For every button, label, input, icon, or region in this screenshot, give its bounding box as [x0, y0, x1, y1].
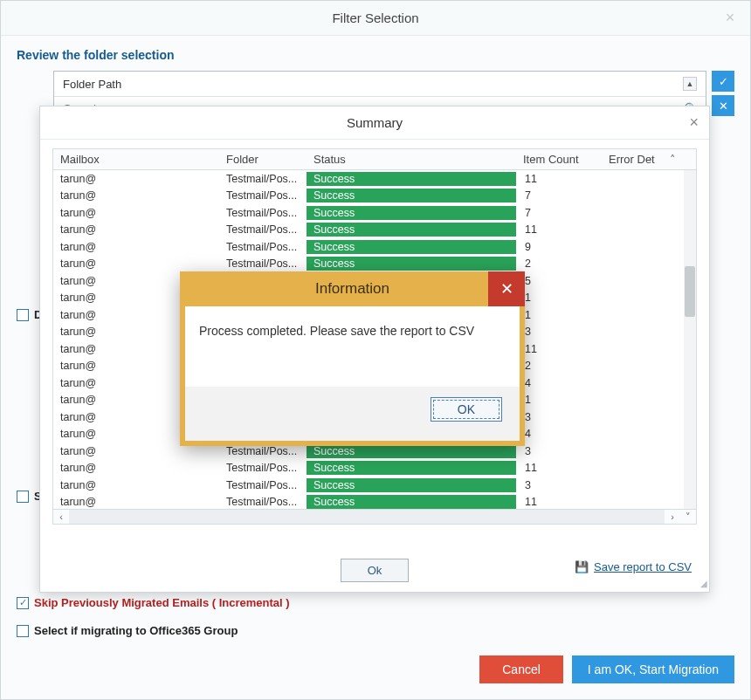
cell-error-details	[603, 178, 665, 180]
sort-icon[interactable]: ▲	[683, 77, 697, 91]
cell-error-details	[603, 416, 665, 418]
info-ok-button[interactable]: OK	[431, 397, 502, 422]
option-s[interactable]: S	[17, 490, 42, 503]
table-row[interactable]: tarun@Testmail/Pos...Success3	[53, 477, 696, 494]
cell-status: Success	[307, 257, 516, 271]
cell-item-count: 11	[518, 342, 603, 356]
cell-mailbox: tarun@	[53, 495, 219, 509]
skip-label: Skip Previously Migrated Emails ( Increm…	[34, 596, 290, 609]
select-button[interactable]: ✕	[712, 95, 734, 116]
scroll-up-icon[interactable]: ˄	[663, 149, 677, 169]
table-row[interactable]: tarun@Testmail/Pos...Success2	[53, 256, 696, 273]
resize-grip-icon[interactable]: ◢	[700, 579, 706, 588]
folder-path-label: Folder Path	[63, 78, 121, 91]
cell-folder: Testmail/Pos...	[219, 223, 307, 237]
cell-status: Success	[307, 223, 516, 237]
horizontal-scrollbar[interactable]: ‹ › ˅	[52, 509, 697, 525]
cell-error-details	[603, 382, 665, 384]
scroll-right-icon[interactable]: ›	[665, 511, 680, 522]
cell-mailbox: tarun@	[53, 223, 219, 237]
cell-status: Success	[307, 240, 516, 254]
cell-item-count: 2	[518, 257, 603, 271]
cell-item-count: 9	[518, 240, 603, 254]
table-row[interactable]: tarun@Testmail/Pos...Success7	[53, 204, 696, 222]
vertical-scrollbar-track[interactable]	[684, 170, 696, 509]
table-row[interactable]: tarun@Testmail/Pos...Success11	[53, 170, 696, 188]
cancel-button[interactable]: Cancel	[479, 655, 563, 683]
cell-error-details	[603, 331, 665, 333]
cell-error-details	[603, 467, 665, 469]
info-footer: OK	[185, 387, 520, 432]
bottom-buttons: Cancel I am OK, Start Migration	[479, 655, 734, 683]
start-migration-button[interactable]: I am OK, Start Migration	[572, 655, 734, 683]
cell-mailbox: tarun@	[53, 444, 219, 458]
cell-error-details	[603, 314, 665, 316]
table-row[interactable]: tarun@Testmail/Pos...Success9	[53, 238, 696, 256]
info-title: Information	[180, 271, 525, 306]
cell-item-count: 1	[518, 393, 603, 407]
cell-status: Success	[307, 206, 516, 220]
table-row[interactable]: tarun@Testmail/Pos...Success11	[53, 494, 696, 510]
cell-error-details	[603, 263, 665, 264]
cell-error-details	[603, 348, 665, 350]
save-report-link[interactable]: Save report to CSV	[594, 560, 692, 573]
cell-item-count: 5	[518, 274, 603, 288]
summary-header: Summary ×	[40, 106, 709, 140]
office365-group-checkbox[interactable]: Select if migrating to Office365 Group	[17, 624, 238, 637]
cell-item-count: 11	[518, 172, 603, 186]
cell-item-count: 11	[518, 223, 603, 237]
cell-item-count: 4	[518, 427, 603, 441]
section-title: Review the folder selection	[1, 36, 750, 71]
vertical-scrollbar-thumb[interactable]	[685, 266, 695, 317]
col-folder[interactable]: Folder	[219, 149, 307, 169]
cell-item-count: 3	[518, 325, 603, 339]
col-error-details[interactable]: Error Det	[602, 149, 663, 169]
cell-folder: Testmail/Pos...	[219, 172, 307, 186]
close-icon[interactable]: ×	[722, 10, 738, 25]
cell-item-count: 11	[518, 495, 603, 509]
table-row[interactable]: tarun@Testmail/Pos...Success11	[53, 460, 696, 477]
cell-item-count: 4	[518, 376, 603, 390]
col-item-count[interactable]: Item Count	[516, 149, 602, 169]
close-icon[interactable]: ✕	[488, 271, 525, 306]
cell-error-details	[603, 433, 665, 435]
cell-folder: Testmail/Pos...	[219, 495, 307, 509]
grid-header: Mailbox Folder Status Item Count Error D…	[52, 148, 697, 170]
cell-mailbox: tarun@	[53, 240, 219, 254]
scroll-left-icon[interactable]: ‹	[53, 511, 69, 522]
cell-folder: Testmail/Pos...	[219, 461, 307, 475]
cell-item-count: 2	[518, 359, 603, 373]
table-row[interactable]: tarun@Testmail/Pos...Success11	[53, 222, 696, 239]
skip-previously-migrated-checkbox[interactable]: ✓ Skip Previously Migrated Emails ( Incr…	[17, 596, 290, 609]
folder-path-header[interactable]: Folder Path ▲	[54, 72, 706, 97]
cell-mailbox: tarun@	[53, 206, 219, 220]
cell-status: Success	[307, 444, 516, 458]
cell-folder: Testmail/Pos...	[219, 206, 307, 220]
summary-title: Summary	[347, 115, 403, 130]
col-status[interactable]: Status	[307, 149, 516, 169]
scroll-down-icon[interactable]: ˅	[680, 511, 696, 523]
checkbox-icon[interactable]: ✓	[17, 597, 29, 609]
summary-ok-button[interactable]: Ok	[341, 559, 410, 582]
cell-error-details	[603, 229, 665, 230]
checkbox-icon[interactable]	[17, 491, 29, 503]
information-dialog: Information ✕ Process completed. Please …	[180, 271, 525, 446]
cell-item-count: 1	[518, 308, 603, 322]
close-icon[interactable]: ×	[689, 113, 699, 132]
check-all-button[interactable]: ✓	[712, 71, 734, 92]
dialog-header: Filter Selection ×	[1, 1, 750, 36]
cell-item-count: 7	[518, 206, 603, 220]
cell-error-details	[603, 297, 665, 299]
col-mailbox[interactable]: Mailbox	[53, 149, 219, 169]
checkbox-icon[interactable]	[17, 309, 29, 321]
table-row[interactable]: tarun@Testmail/Pos...Success7	[53, 188, 696, 205]
cell-folder: Testmail/Pos...	[219, 257, 307, 271]
cell-mailbox: tarun@	[53, 478, 219, 492]
o365-label: Select if migrating to Office365 Group	[34, 624, 238, 637]
horizontal-scrollbar-track[interactable]	[69, 510, 665, 524]
dialog-title: Filter Selection	[332, 10, 418, 25]
cell-error-details	[603, 195, 665, 196]
option-d[interactable]: D	[17, 308, 42, 321]
cell-error-details	[603, 212, 665, 214]
checkbox-icon[interactable]	[17, 625, 29, 637]
